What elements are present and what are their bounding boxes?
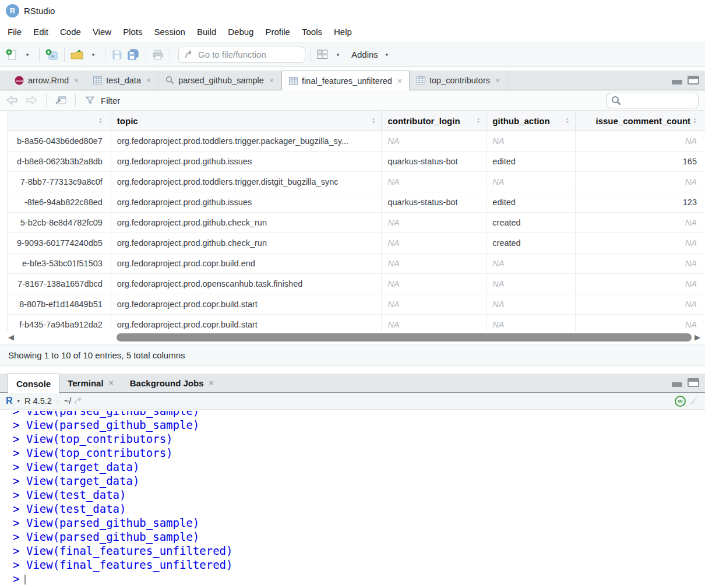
table-cell: NA <box>382 172 487 192</box>
goto-directory-icon[interactable] <box>74 397 83 405</box>
menu-item-debug[interactable]: Debug <box>222 23 259 40</box>
open-recent-dropdown[interactable]: ▾ <box>86 47 100 63</box>
tab-final_features_unfiltered[interactable]: final_features_unfiltered× <box>281 71 410 90</box>
new-file-dropdown[interactable]: ▾ <box>20 47 34 63</box>
table-row[interactable]: f-b435-7a94ba912da2org.fedoraproject.pro… <box>8 315 705 331</box>
tab-parsed_github_sample[interactable]: parsed_github_sample× <box>158 71 281 90</box>
scroll-right-icon[interactable]: ▶ <box>695 333 700 341</box>
toolbar-separator <box>170 48 170 62</box>
new-file-button[interactable] <box>5 47 19 63</box>
tab-test_data[interactable]: test_data× <box>86 71 158 90</box>
tab-label: Background Jobs <box>130 378 204 388</box>
console-tab-background-jobs[interactable]: Background Jobs× <box>122 374 222 392</box>
table-row[interactable]: 9-9093-601774240db5org.fedoraproject.pro… <box>8 233 705 253</box>
open-folder-icon <box>70 50 83 59</box>
console-line: > View(test_data) <box>13 488 705 502</box>
editor-tabbar: Rmdarrow.Rmd×test_data×parsed_github_sam… <box>0 71 705 90</box>
console-tab-terminal[interactable]: Terminal× <box>59 374 122 392</box>
table-row[interactable]: 7-8167-138a1657dbcdorg.fedoraproject.pro… <box>8 274 705 294</box>
tab-label: top_contributors <box>429 76 490 85</box>
menu-item-tools[interactable]: Tools <box>296 23 328 40</box>
addins-button[interactable]: Addins <box>351 50 378 59</box>
table-cell: NA <box>487 315 576 331</box>
menu-item-code[interactable]: Code <box>54 23 87 40</box>
menu-item-session[interactable]: Session <box>149 23 191 40</box>
working-directory-label[interactable]: ~/ <box>64 396 72 406</box>
table-search-input[interactable] <box>607 93 699 108</box>
close-icon[interactable]: × <box>73 76 79 85</box>
table-cell: NA <box>382 315 487 331</box>
table-row[interactable]: 7-8bb7-77313c9a8c0forg.fedoraproject.pro… <box>8 172 705 192</box>
table-row[interactable]: 5-b2cb-8e8d4782fc09org.fedoraproject.pro… <box>8 213 705 233</box>
table-cell: NA <box>382 213 487 233</box>
menu-item-view[interactable]: View <box>87 23 117 40</box>
table-cell: org.fedoraproject.prod.toddlers.trigger.… <box>111 131 382 151</box>
minimize-pane-icon[interactable] <box>672 382 682 387</box>
table-row[interactable]: b-8a56-043b6ded80e7org.fedoraproject.pro… <box>8 131 705 152</box>
tab-label: Console <box>16 379 51 389</box>
column-header-github_action[interactable]: github_action▲▼ <box>487 111 576 131</box>
tab-arrow.Rmd[interactable]: Rmdarrow.Rmd× <box>8 71 86 90</box>
forward-button[interactable] <box>24 92 39 108</box>
maximize-pane-icon[interactable] <box>688 378 699 387</box>
table-row[interactable]: -8fe6-94ab822c88edorg.fedoraproject.prod… <box>8 192 705 213</box>
new-project-button[interactable]: R <box>44 47 59 63</box>
column-header-rownames[interactable]: ▲▼ <box>8 111 111 131</box>
table-cell: 165 <box>576 152 705 171</box>
column-header-topic[interactable]: topic▲▼ <box>111 111 382 131</box>
table-cell: org.fedoraproject.prod.toddlers.trigger.… <box>111 172 382 192</box>
pane-buttons <box>672 76 699 84</box>
r-version-dropdown[interactable]: ▾ <box>16 398 22 404</box>
menu-item-plots[interactable]: Plots <box>117 23 148 40</box>
goto-file-input[interactable]: Go to file/function <box>178 47 305 63</box>
table-cell: NA <box>382 131 487 151</box>
column-header-issue_comment_count[interactable]: issue_comment_count▲▼ <box>576 111 705 131</box>
suspend-session-icon[interactable]: ∞ <box>675 396 686 407</box>
save-all-button[interactable] <box>126 47 141 63</box>
r-version-label: R 4.5.2 <box>24 396 52 406</box>
menu-item-edit[interactable]: Edit <box>27 23 54 40</box>
pane-layout-button[interactable] <box>315 47 329 63</box>
scrollbar-thumb[interactable] <box>117 333 692 341</box>
table-cell: -8fe6-94ab822c88ed <box>8 192 111 212</box>
table-row[interactable]: d-b8e8-0623b3b2a8dborg.fedoraproject.pro… <box>8 152 705 172</box>
back-button[interactable] <box>5 92 20 108</box>
table-cell: NA <box>487 274 576 294</box>
table-cell: d-b8e8-0623b3b2a8db <box>8 152 111 171</box>
save-button[interactable] <box>110 47 124 63</box>
save-all-icon <box>127 49 140 60</box>
data-grid-icon <box>417 76 425 84</box>
close-icon[interactable]: × <box>268 76 274 85</box>
clear-console-icon[interactable] <box>689 396 699 406</box>
horizontal-scrollbar[interactable]: ◀ ▶ <box>0 331 705 344</box>
console-tab-console[interactable]: Console <box>8 374 59 393</box>
close-icon[interactable]: × <box>145 76 151 85</box>
console-line: > View(top_contributors) <box>13 432 705 446</box>
window-title: RStudio <box>24 6 55 16</box>
menu-item-build[interactable]: Build <box>191 23 222 40</box>
close-icon[interactable]: × <box>207 378 213 388</box>
column-header-contributor_login[interactable]: contributor_login▲▼ <box>382 111 487 131</box>
close-icon[interactable]: × <box>396 76 402 86</box>
addins-dropdown[interactable]: ▾ <box>380 47 394 63</box>
table-row[interactable]: 8-807b-ef1d14849b51org.fedoraproject.pro… <box>8 294 705 315</box>
console-prompt-line[interactable]: > <box>13 572 705 586</box>
close-icon[interactable]: × <box>108 378 114 388</box>
close-icon[interactable]: × <box>494 76 500 85</box>
minimize-pane-icon[interactable] <box>672 80 682 84</box>
menu-item-help[interactable]: Help <box>328 23 358 40</box>
scroll-left-icon[interactable]: ◀ <box>8 333 14 341</box>
print-button[interactable] <box>151 47 165 63</box>
maximize-pane-icon[interactable] <box>688 76 699 84</box>
pane-layout-dropdown[interactable]: ▾ <box>331 47 345 63</box>
show-in-new-window-button[interactable] <box>54 92 68 108</box>
table-row[interactable]: e-bfe3-53bc01f51503org.fedoraproject.pro… <box>8 253 705 274</box>
title-bar: R RStudio <box>0 0 705 22</box>
menu-item-profile[interactable]: Profile <box>259 23 296 40</box>
menu-item-file[interactable]: File <box>2 23 27 40</box>
console-output[interactable]: > View(parsed_github_sample)> View(parse… <box>0 410 705 588</box>
sort-down-glyph: ▼ <box>565 121 569 124</box>
open-file-button[interactable] <box>69 47 84 63</box>
filter-button[interactable] <box>83 92 97 108</box>
tab-top_contributors[interactable]: top_contributors× <box>410 71 507 90</box>
